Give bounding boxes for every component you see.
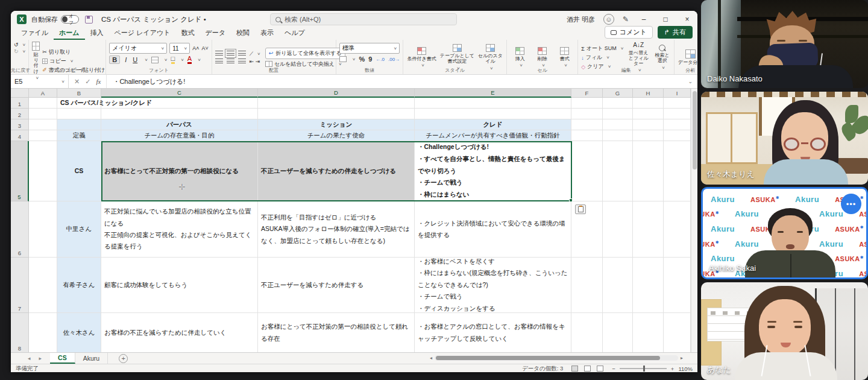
close-button[interactable]: × [681, 15, 694, 24]
expand-formula-bar-icon[interactable]: ⌄ [683, 75, 697, 88]
zoom-out-button[interactable]: − [612, 366, 615, 372]
video-tile-marie-sasaki[interactable]: 佐々木まりえ [701, 92, 868, 185]
data-analysis-button[interactable]: データ分析 [678, 49, 697, 65]
col-header-h[interactable]: H [633, 89, 664, 98]
row-header-3[interactable]: 3 [11, 119, 29, 130]
align-right-icon[interactable] [238, 59, 246, 64]
autosum-button[interactable]: Σオート SUM˅ [581, 45, 623, 52]
shrink-font-button[interactable]: A˅ [201, 43, 208, 54]
tab-help[interactable]: ヘルプ [279, 27, 310, 40]
col-header-g[interactable]: G [603, 89, 633, 98]
cell-b2[interactable] [57, 109, 101, 119]
cell-h5[interactable] [633, 141, 664, 201]
font-size-select[interactable]: 11˅ [169, 43, 190, 54]
cell-c8[interactable]: お客様の不正を減らすために伴走していく [101, 313, 258, 353]
indent-buttons[interactable]: ⇤ ⇥ [250, 59, 260, 65]
video-tile-daiko-nakasato[interactable]: Daiko Nakasato [701, 0, 868, 88]
video-tile-you[interactable]: あなた [701, 282, 868, 380]
format-cells-button[interactable]: 書式˅ [555, 47, 574, 68]
cell-b4[interactable]: 定義 [57, 130, 101, 141]
cell-d1[interactable] [258, 98, 415, 109]
cell-a7[interactable] [29, 258, 57, 313]
cell-e2[interactable] [415, 109, 571, 119]
cell-a5[interactable] [29, 141, 57, 201]
user-avatar[interactable]: ☺ [603, 14, 614, 25]
borders-button[interactable] [151, 57, 159, 63]
cell-g4[interactable] [603, 130, 633, 141]
zoom-slider-handle[interactable] [643, 366, 645, 372]
row-header-2[interactable]: 2 [11, 109, 29, 119]
zoom-in-button[interactable]: + [671, 366, 675, 372]
cell-f3[interactable] [571, 119, 603, 130]
add-sheet-button[interactable]: + [119, 354, 128, 363]
video-tile-akihiko-sakai-active-speaker[interactable]: AkuruASUKAAkuruASUKAAkuruASUKAASUKAAkuru… [701, 187, 868, 279]
align-left-icon[interactable] [215, 59, 223, 64]
undo-button[interactable]: ↺˅ [14, 42, 25, 48]
increase-decimal-button[interactable]: ←.0 [376, 57, 385, 62]
cell-c3[interactable]: パーパス [101, 119, 258, 130]
cell-b6[interactable]: 中里さん [57, 201, 101, 258]
horizontal-scrollbar[interactable]: ◂ ▸ [430, 355, 683, 361]
cell-h8[interactable] [633, 313, 664, 353]
scroll-left-icon[interactable]: ◂ [430, 355, 432, 361]
vertical-scrollbar[interactable] [691, 89, 697, 352]
cell-f7[interactable] [571, 258, 603, 313]
cell-g8[interactable] [603, 313, 633, 353]
cell-f4[interactable] [571, 130, 603, 141]
cell-i4[interactable] [664, 130, 691, 141]
cell-a1[interactable] [29, 98, 57, 109]
cell-a4[interactable] [29, 130, 57, 141]
align-middle-icon[interactable] [227, 51, 234, 56]
col-header-e[interactable]: E [415, 89, 571, 98]
cell-a6[interactable] [29, 201, 57, 258]
font-color-button[interactable]: A [187, 55, 192, 64]
autosave-toggle[interactable]: オフ [61, 15, 79, 24]
cell-h6[interactable] [633, 201, 664, 258]
decrease-decimal-button[interactable]: .00→ [388, 57, 400, 62]
autosave-control[interactable]: 自動保存 オフ [31, 15, 79, 24]
horizontal-scroll-thumb[interactable] [436, 356, 660, 360]
font-name-select[interactable]: メイリオ˅ [109, 43, 167, 54]
minimize-button[interactable]: – [637, 15, 650, 24]
number-format-select[interactable]: 標準˅ [339, 43, 400, 54]
comments-button[interactable]: コメント [605, 26, 653, 39]
cell-i1[interactable] [664, 98, 691, 109]
wrap-text-button[interactable]: ↩折り返して全体を表示する [265, 48, 345, 59]
cell-f1[interactable] [571, 98, 603, 109]
cell-a3[interactable] [29, 119, 57, 130]
bold-button[interactable]: B [109, 55, 120, 64]
cell-h7[interactable] [633, 258, 664, 313]
row-header-5[interactable]: 5 [11, 141, 29, 201]
row-header-4[interactable]: 4 [11, 130, 29, 141]
share-button[interactable]: ↱ 共有 [658, 26, 693, 39]
save-icon[interactable] [85, 16, 93, 24]
tab-review[interactable]: 校閲 [231, 27, 255, 40]
col-header-d[interactable]: D [258, 89, 415, 98]
row-header-7[interactable]: 7 [11, 258, 29, 313]
zoom-slider[interactable] [620, 368, 667, 369]
row-header-6[interactable]: 6 [11, 201, 29, 258]
paste-options-button[interactable] [575, 204, 586, 214]
cell-b8[interactable]: 佐々木さん [57, 313, 101, 353]
cell-h2[interactable] [633, 109, 664, 119]
currency-icon[interactable] [339, 56, 347, 62]
pen-icon[interactable]: ✎ [623, 15, 629, 24]
cell-f5[interactable] [571, 141, 603, 201]
select-all-corner[interactable] [11, 89, 29, 98]
fill-color-button[interactable]: □ [171, 55, 175, 64]
tab-view[interactable]: 表示 [255, 27, 279, 40]
cell-d6[interactable]: 不正利用を「目指すはゼロ」に近づける ASUKA導入後のフォロー体制の確立(導入… [258, 201, 415, 258]
cell-g2[interactable] [603, 109, 633, 119]
cell-c7[interactable]: 顧客に成功体験をしてもらう [101, 258, 258, 313]
conditional-formatting-button[interactable]: 条件付き書式˅ [406, 47, 437, 68]
cell-h4[interactable] [633, 130, 664, 141]
cell-i6[interactable] [664, 201, 691, 258]
next-sheet-icon[interactable]: ▸ [39, 355, 42, 361]
tab-home[interactable]: ホーム [54, 27, 85, 40]
collapse-ribbon-icon[interactable]: ⌄ [689, 66, 694, 72]
cell-g5[interactable] [603, 141, 633, 201]
cell-e4[interactable]: チームメンバーが共有すべき価値観・行動指針 [415, 130, 571, 141]
cell-i3[interactable] [664, 119, 691, 130]
sheet-tab-cs[interactable]: CS [50, 353, 75, 364]
cell-i8[interactable] [664, 313, 691, 353]
